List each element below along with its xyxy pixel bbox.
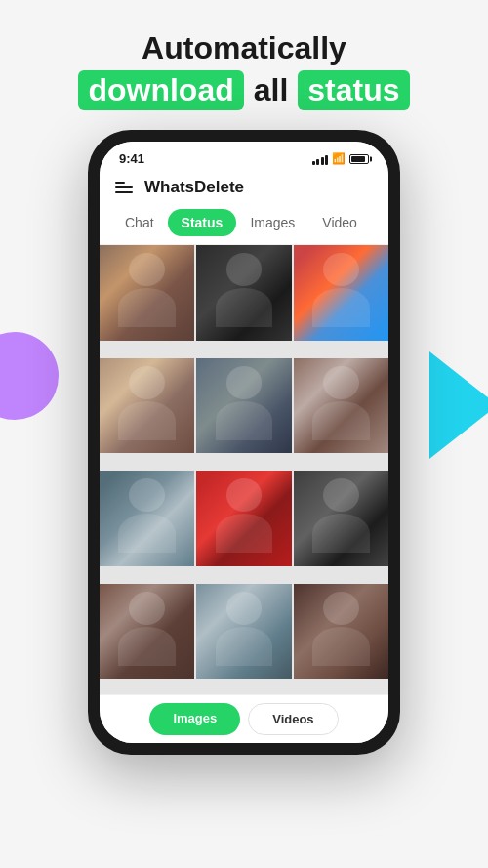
status-time: 9:41 (119, 151, 144, 166)
hero-highlight-download: download (78, 70, 243, 110)
signal-icon (312, 153, 329, 165)
hamburger-line-2 (115, 186, 133, 188)
photo-cell-4[interactable] (100, 358, 194, 453)
bg-decoration-triangle (429, 351, 488, 459)
photo-grid (100, 245, 388, 694)
signal-bar-1 (312, 161, 315, 165)
photo-cell-9[interactable] (294, 471, 388, 565)
hero-plain-all: all (254, 72, 289, 108)
photo-cell-1[interactable] (100, 245, 194, 340)
photo-cell-12[interactable] (294, 584, 388, 679)
photo-cell-2[interactable] (196, 245, 291, 340)
hero-highlight-status: status (298, 70, 409, 110)
photo-cell-7[interactable] (100, 471, 194, 565)
hero-line2: download all status (78, 70, 409, 110)
photo-cell-5[interactable] (196, 358, 291, 453)
app-header: WhatsDelete (100, 170, 388, 205)
phone-screen: 9:41 📶 WhatsDelete (100, 142, 388, 743)
hamburger-menu-icon[interactable] (115, 182, 133, 193)
photo-cell-11[interactable] (196, 584, 291, 679)
photo-cell-6[interactable] (294, 358, 388, 453)
battery-fill (351, 156, 365, 162)
status-icons: 📶 (312, 152, 370, 165)
bottom-images-button[interactable]: Images (149, 703, 240, 735)
hamburger-line-1 (115, 182, 125, 184)
tab-status[interactable]: Status (168, 209, 237, 236)
wifi-icon: 📶 (332, 152, 346, 165)
phone-mockup: 9:41 📶 WhatsDelete (88, 130, 400, 755)
hamburger-line-3 (115, 191, 133, 193)
hero-section: Automatically download all status (59, 0, 428, 130)
status-bar: 9:41 📶 (100, 142, 388, 170)
app-name: WhatsDelete (144, 178, 244, 197)
photo-cell-10[interactable] (100, 584, 194, 679)
battery-icon (349, 154, 369, 164)
bottom-nav: Images Videos (100, 694, 388, 743)
tab-images[interactable]: Images (236, 209, 308, 236)
signal-bar-4 (325, 155, 328, 165)
hero-line1: Automatically (78, 29, 409, 66)
signal-bar-2 (316, 159, 319, 165)
tab-chat[interactable]: Chat (111, 209, 168, 236)
photo-cell-3[interactable] (294, 245, 388, 340)
bottom-videos-button[interactable]: Videos (248, 703, 338, 735)
tab-video[interactable]: Video (308, 209, 371, 236)
signal-bar-3 (321, 157, 324, 165)
photo-cell-8[interactable] (196, 471, 291, 565)
tab-bar: Chat Status Images Video (100, 205, 388, 245)
bg-decoration-circle (0, 332, 59, 420)
